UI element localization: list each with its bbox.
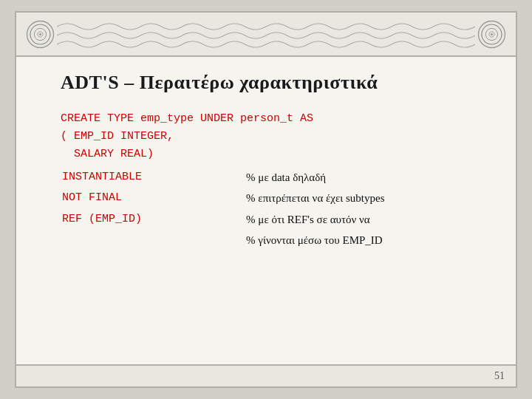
desc-not-final: % επιτρέπεται να έχει subtypes (246, 188, 477, 208)
svg-point-1 (39, 33, 41, 35)
table-row-not-final: NOT FINAL % επιτρέπεται να έχει subtypes (62, 188, 477, 208)
desc-ref-2: % γίνονται μέσω του EMP_ID (246, 231, 477, 250)
svg-point-3 (491, 33, 493, 35)
code-line-3: SALARY REAL) (61, 146, 479, 163)
table-row-instantiable: INSTANTIABLE % με data δηλαδή (62, 168, 477, 187)
code-line-1: CREATE TYPE emp_type UNDER person_t AS (61, 110, 479, 128)
wavy-lines (57, 13, 475, 55)
slide-content: ADT'S – Περαιτέρω χαρακτηριστικά CREATE … (16, 57, 516, 364)
code-line-salary: SALARY REAL) (61, 148, 154, 160)
desc-ref-1: % με ότι REF's σε αυτόν να (246, 210, 477, 229)
slide-title: ADT'S – Περαιτέρω χαρακτηριστικά (61, 72, 479, 94)
code-keyword-create: CREATE TYPE emp_type UNDER person_t AS (61, 112, 313, 125)
table-row-ref-cont: % γίνονται μέσω του EMP_ID (62, 231, 477, 250)
code-not-final: NOT FINAL (62, 188, 245, 208)
code-ref: REF (EMP_ID) (62, 210, 245, 229)
code-block: CREATE TYPE emp_type UNDER person_t AS (… (61, 110, 479, 163)
features-table: INSTANTIABLE % με data δηλαδή NOT FINAL … (61, 166, 479, 251)
table-row-ref: REF (EMP_ID) % με ότι REF's σε αυτόν να (62, 210, 477, 229)
desc-instantiable: % με data δηλαδή (246, 168, 477, 187)
top-border (16, 13, 516, 57)
slide: ADT'S – Περαιτέρω χαρακτηριστικά CREATE … (15, 11, 517, 388)
code-line-emp: ( EMP_ID INTEGER, (61, 130, 174, 143)
bottom-border: 51 (16, 364, 516, 386)
right-spiral-icon (475, 18, 508, 51)
page-number: 51 (494, 370, 505, 382)
code-line-2: ( EMP_ID INTEGER, (61, 128, 479, 146)
code-instantiable: INSTANTIABLE (62, 168, 245, 187)
code-empty (62, 231, 245, 250)
left-spiral-icon (24, 18, 57, 51)
